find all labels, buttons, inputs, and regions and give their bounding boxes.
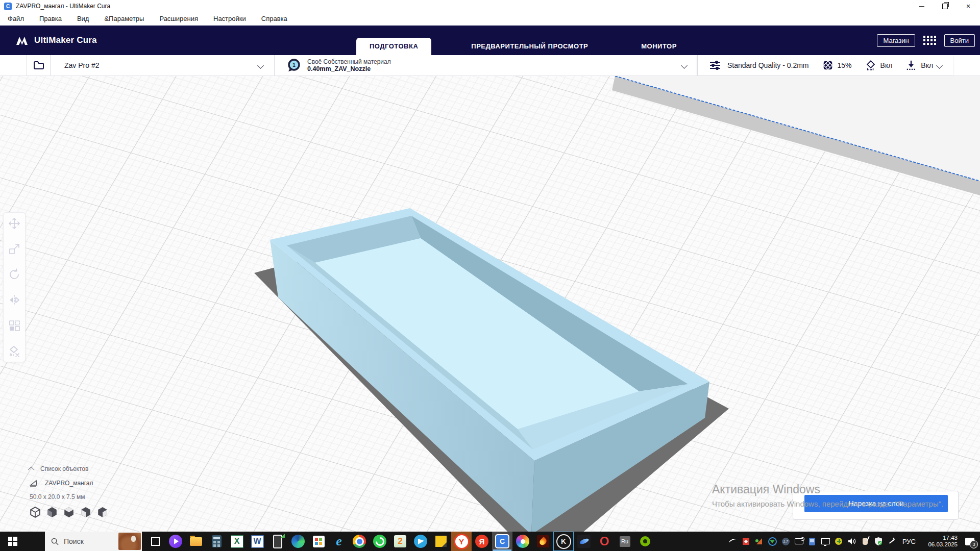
word-icon[interactable]: W bbox=[247, 532, 267, 551]
task-view-icon[interactable] bbox=[145, 532, 165, 551]
menu-help[interactable]: Справка bbox=[254, 12, 295, 26]
menu-view[interactable]: Вид bbox=[69, 12, 97, 26]
nvidia-icon[interactable] bbox=[635, 532, 655, 551]
yandex-icon[interactable]: Я bbox=[472, 532, 492, 551]
windows-taskbar: Поиск X W e 2 Y Я C K O bbox=[0, 532, 980, 551]
menu-edit[interactable]: Правка bbox=[32, 12, 69, 26]
ru-tool-icon[interactable]: Ru bbox=[615, 532, 635, 551]
brand: UltiMaker Cura bbox=[15, 26, 97, 55]
support-blocker-icon bbox=[8, 345, 20, 357]
tab-prepare[interactable]: ПОДГОТОВКА bbox=[356, 38, 431, 55]
device-tray-icon[interactable] bbox=[805, 532, 819, 551]
infill-icon bbox=[822, 60, 834, 71]
file-explorer-icon[interactable] bbox=[186, 532, 206, 551]
cura-app-icon: C bbox=[4, 3, 12, 10]
language-indicator[interactable]: РУС bbox=[898, 538, 920, 545]
notification-center-button[interactable]: 3 bbox=[960, 532, 980, 551]
view-3d-button[interactable] bbox=[30, 507, 41, 518]
stylus-tray-icon[interactable] bbox=[885, 532, 898, 551]
stylus-glyph bbox=[889, 539, 894, 544]
display-tray-icon[interactable] bbox=[819, 532, 832, 551]
security-shield-tray-icon[interactable] bbox=[872, 532, 885, 551]
applications-grid-icon[interactable] bbox=[923, 36, 936, 45]
circle-tray-icon[interactable]: 1.7 bbox=[779, 532, 792, 551]
material-name: Своё Собственный материал bbox=[307, 58, 391, 65]
swoosh-app-icon[interactable] bbox=[574, 532, 594, 551]
object-list-item[interactable]: ZAVPRO_мангал bbox=[30, 480, 108, 487]
window-controls: × bbox=[910, 0, 980, 12]
calculator-icon[interactable] bbox=[206, 532, 227, 551]
red-badge-tray-icon[interactable] bbox=[739, 532, 752, 551]
object-list-header[interactable]: Список объектов bbox=[30, 465, 108, 472]
taskbar-search-box[interactable]: Поиск bbox=[45, 532, 142, 551]
object-list-panel: Список объектов ZAVPRO_мангал 50.0 x 20.… bbox=[30, 465, 108, 518]
close-button[interactable]: × bbox=[957, 0, 980, 12]
volume-tray-icon[interactable] bbox=[845, 532, 859, 551]
viewport-3d-scene[interactable] bbox=[0, 76, 980, 532]
swoosh-tray-icon[interactable] bbox=[726, 532, 739, 551]
restore-button[interactable] bbox=[933, 0, 957, 12]
start-button[interactable] bbox=[0, 532, 26, 551]
rotate-tool-button[interactable] bbox=[7, 267, 22, 282]
microsoft-store-icon[interactable] bbox=[308, 532, 329, 551]
phone-sync-icon[interactable] bbox=[267, 532, 288, 551]
pen-input-tray-icon[interactable] bbox=[859, 532, 872, 551]
menu-extensions[interactable]: Расширения bbox=[152, 12, 206, 26]
open-file-button[interactable] bbox=[27, 55, 51, 76]
menu-file[interactable]: Файл bbox=[0, 12, 32, 26]
photos-icon[interactable] bbox=[512, 532, 533, 551]
search-highlight-image[interactable] bbox=[118, 533, 141, 550]
printer-selector[interactable]: Zav Pro #2 bbox=[50, 55, 274, 76]
taskbar-clock[interactable]: 17:43 06.03.2025 bbox=[920, 535, 960, 548]
view-right-button[interactable] bbox=[97, 507, 108, 518]
print-settings-selector[interactable]: Standard Quality - 0.2mm 15% Вкл bbox=[697, 55, 953, 76]
chrome-icon[interactable] bbox=[349, 532, 370, 551]
material-selector[interactable]: 1 Своё Собственный материал 0.40mm_ZAV_N… bbox=[274, 55, 698, 76]
view-top-button[interactable] bbox=[63, 507, 75, 518]
cura-taskbar-icon[interactable]: C bbox=[492, 532, 512, 551]
support-blocker-button[interactable] bbox=[7, 343, 22, 359]
support-value: Вкл bbox=[880, 61, 893, 69]
view-left-button[interactable] bbox=[80, 507, 91, 518]
antivirus-tray-icon[interactable] bbox=[832, 532, 845, 551]
view-front-button[interactable] bbox=[46, 507, 58, 518]
marketplace-button[interactable]: Магазин bbox=[877, 34, 915, 47]
yandex-notes-icon[interactable] bbox=[431, 532, 451, 551]
camera-view-buttons bbox=[30, 507, 108, 518]
yandex-browser-icon[interactable]: Y bbox=[451, 532, 472, 551]
alice-assistant-icon[interactable] bbox=[165, 532, 186, 551]
2gis-icon[interactable]: 2 bbox=[390, 532, 410, 551]
clock-date: 06.03.2025 bbox=[920, 541, 958, 548]
minimize-button[interactable] bbox=[910, 0, 933, 12]
brand-name: UltiMaker Cura bbox=[34, 35, 97, 45]
phone-glyph bbox=[273, 535, 282, 548]
sign-in-button[interactable]: Войти bbox=[944, 34, 975, 47]
flame-app-icon[interactable] bbox=[533, 532, 553, 551]
cad-tray-icon[interactable] bbox=[752, 532, 766, 551]
cast-tray-icon[interactable] bbox=[792, 532, 805, 551]
edge-icon[interactable] bbox=[288, 532, 308, 551]
slice-button[interactable]: Нарезка на слои bbox=[804, 495, 948, 512]
kompas-glyph: K bbox=[556, 534, 571, 549]
tab-preview[interactable]: ПРЕДВАРИТЕЛЬНЫЙ ПРОСМОТР bbox=[458, 38, 601, 55]
kompas-3d-icon[interactable]: K bbox=[553, 532, 574, 551]
per-model-settings-button[interactable] bbox=[7, 318, 22, 333]
circle-tray-glyph: 1.7 bbox=[782, 538, 790, 545]
menu-settings[interactable]: &Параметры bbox=[96, 12, 152, 26]
download-manager-tray-icon[interactable] bbox=[766, 532, 779, 551]
mirror-tool-button[interactable] bbox=[7, 292, 22, 308]
move-tool-button[interactable] bbox=[7, 216, 22, 231]
scale-icon bbox=[8, 243, 20, 255]
download-manager-glyph bbox=[768, 537, 777, 546]
excel-icon[interactable]: X bbox=[227, 532, 247, 551]
object-list-title: Список объектов bbox=[40, 465, 88, 472]
menu-preferences[interactable]: Настройки bbox=[206, 12, 254, 26]
whatsapp-icon[interactable] bbox=[370, 532, 390, 551]
telegram-icon[interactable] bbox=[410, 532, 431, 551]
cura-application-window: C ZAVPRO_мангал - UltiMaker Cura × Файл … bbox=[0, 0, 980, 551]
opera-icon[interactable]: O bbox=[594, 532, 615, 551]
internet-explorer-icon[interactable]: e bbox=[329, 532, 349, 551]
tab-monitor[interactable]: МОНИТОР bbox=[628, 38, 690, 55]
yandex-glyph: Я bbox=[475, 535, 488, 548]
scale-tool-button[interactable] bbox=[7, 241, 22, 257]
